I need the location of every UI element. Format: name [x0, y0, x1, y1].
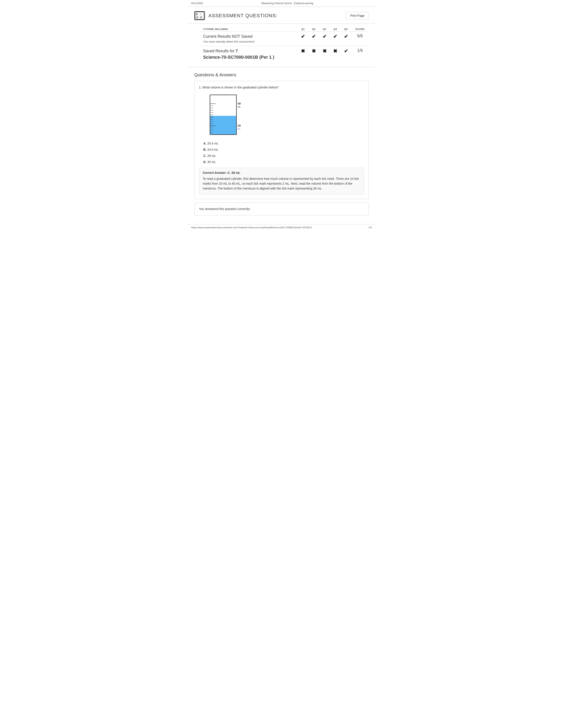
current-q3-result: ✔: [323, 34, 327, 39]
saved-q2-result: ✖: [312, 48, 316, 54]
svg-text:40: 40: [237, 102, 241, 105]
correct-answer-line: Correct Answer: C. 28 mL: [203, 171, 360, 174]
correct-answer-value: C. 28 mL: [227, 171, 240, 174]
choice-a: A. 20.4 mL: [203, 140, 364, 146]
results-section: YVONNE MULUMBA Q1 Q2 Q3 Q4 Q5 SCORE Curr…: [188, 24, 375, 67]
saved-results-label: Saved Results for 7 Science-70-SC7000-00…: [203, 48, 296, 60]
svg-text:20: 20: [237, 124, 241, 127]
svg-text:mL: mL: [237, 106, 241, 108]
current-results-label: Current Results NOT Saved You have alrea…: [203, 34, 296, 44]
svg-text:mL: mL: [237, 128, 241, 130]
current-q4-result: ✔: [333, 34, 337, 39]
svg-text:□: □: [200, 13, 201, 16]
choice-b: B. 24.0 mL: [203, 146, 364, 153]
question-body: What volume is shown in the graduated cy…: [202, 86, 279, 89]
current-results-line1: Current Results NOT Saved: [203, 34, 252, 39]
assessment-title: ASSESSMENT QUESTIONS:: [208, 13, 277, 19]
svg-text:8: 8: [196, 13, 197, 16]
saved-class-name: Science-70-SC7000-0001B (Per 1 ): [203, 54, 296, 60]
question-1-text: 1. What volume is shown in the graduated…: [199, 86, 364, 89]
saved-q5-result: ✔: [344, 48, 348, 54]
date-label: 9/11/2020: [191, 2, 203, 5]
assessment-title-row: 8 ☑ □ ☑ ASSESSMENT QUESTIONS:: [194, 11, 277, 20]
print-button[interactable]: Print Page: [346, 12, 369, 19]
answer-choices: A. 20.4 mL B. 24.0 mL C. 28 mL D. 30 mL: [203, 140, 364, 165]
score-header: SCORE: [351, 26, 369, 32]
results-table: YVONNE MULUMBA Q1 Q2 Q3 Q4 Q5 SCORE Curr…: [201, 26, 369, 62]
student-name-header: YVONNE MULUMBA: [201, 26, 298, 32]
svg-text:☑: ☑: [196, 16, 198, 19]
current-score: 5/5: [351, 32, 369, 46]
saved-q1-result: ✖: [301, 48, 305, 54]
q3-header: Q3: [319, 26, 330, 32]
footer-page: 1/5: [369, 226, 372, 229]
choice-c-text: 28 mL: [207, 154, 216, 158]
svg-rect-7: [210, 116, 236, 134]
current-results-row: Current Results NOT Saved You have alrea…: [201, 32, 369, 46]
correct-answer-label: Correct Answer:: [203, 171, 226, 174]
correct-response-card: You answered this question correctly!: [194, 203, 369, 215]
current-q1-result: ✔: [301, 34, 305, 39]
footer-url: https://www.explorelearning.com/index.cf…: [191, 226, 312, 229]
assessment-header: 8 ☑ □ ☑ ASSESSMENT QUESTIONS: Print Page: [188, 7, 375, 24]
current-results-subtitle: You have already taken this assessment: [203, 40, 296, 44]
choice-c: C. 28 mL: [203, 153, 364, 159]
question-1-card: 1. What volume is shown in the graduated…: [194, 81, 369, 199]
qa-title: Questions & Answers: [194, 72, 369, 77]
choice-b-text: 24.0 mL: [207, 148, 218, 151]
saved-score: 1/5: [351, 46, 369, 62]
saved-q4-result: ✖: [333, 48, 337, 54]
saved-q3-result: ✖: [323, 48, 327, 54]
page-footer: https://www.explorelearning.com/index.cf…: [188, 224, 375, 231]
svg-text:☑: ☑: [200, 16, 202, 19]
correct-response-text: You answered this question correctly!: [199, 207, 250, 211]
q2-header: Q2: [309, 26, 319, 32]
logo-icon: 8 ☑ □ ☑: [194, 11, 205, 20]
answer-explanation: Correct Answer: C. 28 mL To read a gradu…: [199, 168, 364, 194]
q4-header: Q4: [330, 26, 341, 32]
explanation-text: To read a graduated cylinder, first dete…: [203, 176, 360, 191]
choice-a-text: 20.4 mL: [207, 142, 218, 145]
current-q2-result: ✔: [312, 34, 316, 39]
current-q5-result: ✔: [344, 34, 348, 39]
page-title: Measuring Volume Gizmo : ExploreLearning: [261, 2, 313, 5]
choice-d-text: 30 mL: [207, 160, 216, 164]
cylinder-illustration: 40 mL 20 mL: [203, 93, 245, 137]
qa-section: Questions & Answers 1. What volume is sh…: [188, 67, 375, 224]
q1-header: Q1: [298, 26, 309, 32]
cylinder-svg: 40 mL 20 mL: [203, 93, 245, 137]
saved-results-row: Saved Results for 7 Science-70-SC7000-00…: [201, 46, 369, 62]
q5-header: Q5: [341, 26, 352, 32]
saved-results-prefix: Saved Results for 7: [203, 49, 238, 53]
top-bar: 9/11/2020 Measuring Volume Gizmo : Explo…: [188, 0, 375, 7]
choice-d: D. 30 mL: [203, 159, 364, 165]
question-number: 1.: [199, 86, 202, 89]
